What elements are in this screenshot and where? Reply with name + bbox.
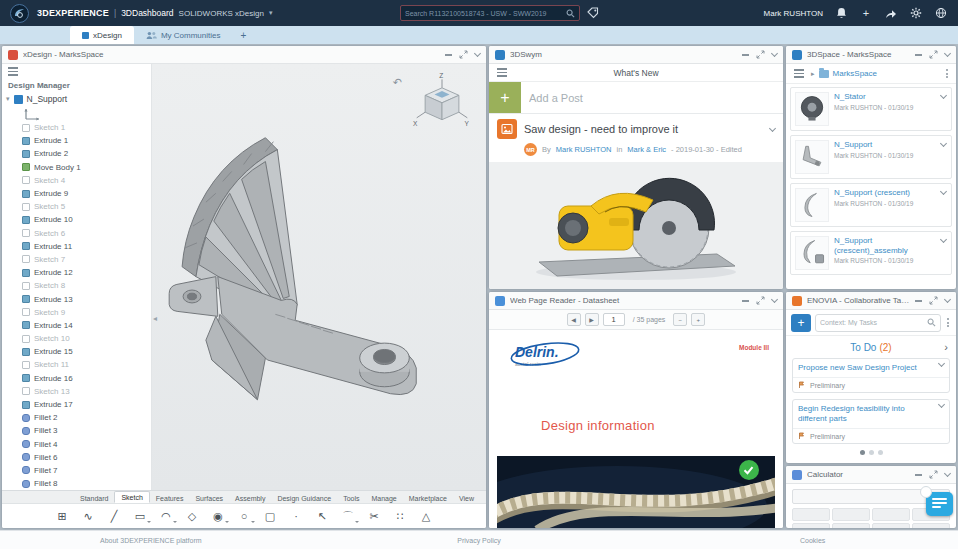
expand-icon[interactable] xyxy=(929,296,938,305)
sketch-tool-icon[interactable]: ◇ xyxy=(180,506,205,527)
minimize-icon[interactable] xyxy=(915,474,922,476)
ribbon-tab[interactable]: Assembly xyxy=(229,493,271,503)
author-link[interactable]: Mark RUSHTON xyxy=(556,145,612,154)
tree-menu-icon[interactable] xyxy=(6,65,20,78)
task-card[interactable]: Begin Redesign feasibility into differen… xyxy=(792,399,950,444)
collapse-chevron-icon[interactable] xyxy=(944,470,951,477)
rotate-view-icon[interactable]: ↶ xyxy=(393,76,402,89)
tree-item[interactable]: Sketch 4 xyxy=(2,174,151,187)
tree-item[interactable]: Extrude 12 xyxy=(2,266,151,279)
tree-item[interactable]: Fillet 4 xyxy=(2,438,151,451)
expand-icon[interactable] xyxy=(929,470,938,479)
sketch-tool-icon[interactable]: ◠ xyxy=(154,506,179,527)
search-box[interactable] xyxy=(400,5,580,21)
about-link[interactable]: About 3DEXPERIENCE platform xyxy=(100,537,202,544)
collapse-chevron-icon[interactable] xyxy=(474,50,481,57)
calculator-key[interactable] xyxy=(792,508,830,521)
tree-item[interactable]: Extrude 13 xyxy=(2,292,151,305)
tree-item[interactable]: Sketch 1 xyxy=(2,121,151,134)
ribbon-tab[interactable]: Sketch xyxy=(114,491,149,503)
tree-item[interactable]: Sketch 13 xyxy=(2,385,151,398)
calculator-key[interactable] xyxy=(872,508,910,521)
minimize-icon[interactable] xyxy=(742,54,749,56)
post-collapse-chevron-icon[interactable] xyxy=(769,124,776,131)
page-dot[interactable] xyxy=(878,450,883,455)
tree-item[interactable]: Extrude 10 xyxy=(2,213,151,226)
tree-item[interactable]: Extrude 15 xyxy=(2,345,151,358)
tree-item[interactable]: Move Body 1 xyxy=(2,161,151,174)
swym-section-title[interactable]: What's New xyxy=(613,68,658,78)
tree-origin-node[interactable] xyxy=(2,106,151,121)
tab-xdesign[interactable]: xDesign xyxy=(70,26,134,44)
calculator-key[interactable] xyxy=(832,523,870,528)
sketch-tool-icon[interactable]: ╱ xyxy=(102,506,127,527)
tree-item[interactable]: Sketch 11 xyxy=(2,358,151,371)
sketch-tool-icon[interactable]: ⊞ xyxy=(50,506,75,527)
tree-item[interactable]: Sketch 7 xyxy=(2,253,151,266)
search-input[interactable] xyxy=(405,10,566,17)
tree-item[interactable]: Fillet 8 xyxy=(2,477,151,490)
item-title[interactable]: N_Support xyxy=(834,140,947,150)
collapse-chevron-icon[interactable] xyxy=(771,50,778,57)
next-section-chevron-icon[interactable]: › xyxy=(944,341,948,353)
calculator-key[interactable] xyxy=(792,523,830,528)
post-title[interactable]: Saw design - need to improve it xyxy=(524,123,763,135)
calculator-key[interactable] xyxy=(912,523,950,528)
task-title-row[interactable]: Begin Redesign feasibility into differen… xyxy=(793,400,949,429)
tree-item[interactable]: Sketch 8 xyxy=(2,279,151,292)
task-search-box[interactable] xyxy=(815,314,941,332)
user-name[interactable]: Mark RUSHTON xyxy=(764,9,823,18)
author-avatar[interactable]: MR xyxy=(524,143,537,156)
collapse-chevron-icon[interactable] xyxy=(771,296,778,303)
minimize-icon[interactable] xyxy=(915,300,922,302)
tab-my-communities[interactable]: My Communities xyxy=(134,26,233,44)
3d-viewport[interactable]: ◂ ↶ Z X Y xyxy=(152,64,486,490)
privacy-policy-link[interactable]: Privacy Policy xyxy=(457,537,501,544)
task-title[interactable]: Propose new Saw Design Project xyxy=(798,363,935,373)
sketch-tool-icon[interactable]: ⌒ xyxy=(336,506,361,527)
notifications-bell-icon[interactable] xyxy=(834,6,848,20)
tree-item[interactable]: Extrude 1 xyxy=(2,134,151,147)
settings-gear-icon[interactable] xyxy=(909,6,923,20)
task-chevron-icon[interactable] xyxy=(938,360,945,367)
task-title-row[interactable]: Propose new Saw Design Project xyxy=(793,359,949,378)
tree-item[interactable]: Sketch 6 xyxy=(2,227,151,240)
breadcrumb[interactable]: ▸ MarksSpace xyxy=(811,69,939,78)
share-icon[interactable] xyxy=(884,6,898,20)
previous-page-button[interactable]: ◀ xyxy=(567,313,581,326)
expand-icon[interactable] xyxy=(459,50,468,59)
ribbon-tab[interactable]: Tools xyxy=(337,493,365,503)
add-tab-button[interactable]: + xyxy=(232,26,254,44)
page-number-input[interactable] xyxy=(603,313,625,326)
post-image-saw[interactable] xyxy=(489,162,783,289)
sketch-tool-icon[interactable]: ↖ xyxy=(310,506,335,527)
add-post-button[interactable]: + xyxy=(489,82,521,113)
calculator-key[interactable] xyxy=(832,508,870,521)
page-dot-active[interactable] xyxy=(860,450,865,455)
page-dot[interactable] xyxy=(869,450,874,455)
tree-item[interactable]: Extrude 11 xyxy=(2,240,151,253)
tag-icon[interactable] xyxy=(587,7,599,19)
tree-item[interactable]: Extrude 14 xyxy=(2,319,151,332)
space-more-options-icon[interactable] xyxy=(944,67,950,80)
ribbon-tab[interactable]: View xyxy=(453,493,480,503)
ribbon-tab[interactable]: Features xyxy=(150,493,190,503)
sketch-tool-icon[interactable]: · xyxy=(284,506,309,527)
sketch-tool-icon[interactable]: ▢ xyxy=(258,506,283,527)
calculator-key[interactable] xyxy=(872,523,910,528)
expand-icon[interactable] xyxy=(756,296,765,305)
task-title[interactable]: Begin Redesign feasibility into differen… xyxy=(798,404,935,424)
3ds-compass-logo-icon[interactable] xyxy=(10,4,29,23)
sketch-tool-icon[interactable]: ○ xyxy=(232,506,257,527)
sketch-tool-icon[interactable]: ✂ xyxy=(362,506,387,527)
post-header[interactable]: Saw design - need to improve it xyxy=(489,114,783,141)
brand-caret-icon[interactable]: ▾ xyxy=(269,9,273,17)
ribbon-tab[interactable]: Design Guidance xyxy=(271,493,337,503)
zoom-in-button[interactable]: + xyxy=(691,313,705,326)
next-page-button[interactable]: ▶ xyxy=(585,313,599,326)
minimize-icon[interactable] xyxy=(915,54,922,56)
tree-root-caret-icon[interactable]: ▾ xyxy=(6,95,10,103)
sketch-tool-icon[interactable]: ▭ xyxy=(128,506,153,527)
ribbon-tab[interactable]: Manage xyxy=(365,493,402,503)
tree-item[interactable]: Extrude 16 xyxy=(2,372,151,385)
